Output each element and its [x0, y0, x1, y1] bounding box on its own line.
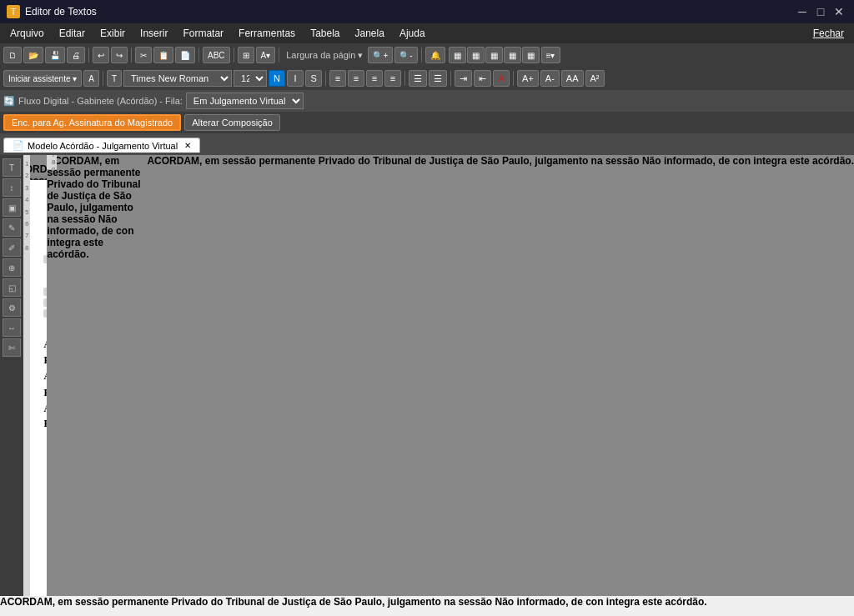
- acordam-text: ACORDAM, em sessão permanente Privado do…: [43, 338, 47, 366]
- document-page[interactable]: ACORDAM, em sessão permanente Privado do…: [30, 180, 47, 596]
- tb-paste[interactable]: 📄: [175, 47, 195, 63]
- tb-open[interactable]: 📂: [23, 47, 43, 63]
- align-right[interactable]: ≡: [366, 70, 383, 87]
- tb-extra[interactable]: ≡▾: [541, 47, 560, 63]
- tb-print[interactable]: 🖨: [67, 47, 85, 63]
- tb-table[interactable]: ⊞: [238, 47, 254, 63]
- tb-undo[interactable]: ↩: [93, 47, 109, 63]
- queue-selector[interactable]: Em Julgamento Virtual: [186, 93, 304, 109]
- close-button[interactable]: ✕: [831, 3, 847, 20]
- action-bar: Enc. para Ag. Assinatura do Magistrado A…: [0, 112, 854, 133]
- tb-grid3[interactable]: ▦: [485, 47, 503, 63]
- align-justify[interactable]: ≡: [384, 70, 401, 87]
- font-size-up[interactable]: A+: [517, 70, 539, 87]
- acordam-text: ACORDAM, em sessão permanente Privado do…: [47, 155, 147, 596]
- tb-format[interactable]: A▾: [256, 47, 276, 63]
- left-tool-9[interactable]: ✄: [3, 338, 21, 357]
- tb-grid5[interactable]: ▦: [522, 47, 540, 63]
- left-tool-2[interactable]: ↕: [3, 178, 21, 197]
- doc-tab-close[interactable]: ✕: [184, 141, 191, 150]
- tb-assistant[interactable]: Iniciar assistente ▾: [3, 70, 82, 87]
- tb-save[interactable]: 💾: [45, 47, 65, 63]
- acordam-text: ACORDAM, em sessão permanente Privado do…: [0, 596, 707, 608]
- tb-grid2[interactable]: ▦: [467, 47, 485, 63]
- color-text[interactable]: A: [493, 70, 510, 87]
- tb-grid1[interactable]: ▦: [449, 47, 466, 63]
- toolbar1: 🗋 📂 💾 🖨 ↩ ↪ ✂ 📋 📄 ABC ⊞ A▾ Largura da pá…: [0, 43, 854, 67]
- align-center[interactable]: ≡: [348, 70, 364, 87]
- maximize-button[interactable]: □: [812, 3, 829, 20]
- left-tool-3[interactable]: ✎: [3, 218, 21, 237]
- sep7: [103, 71, 103, 86]
- blur-line-4: [43, 298, 47, 307]
- font-selector[interactable]: Times New Roman: [123, 70, 232, 87]
- bold-button[interactable]: N: [269, 70, 285, 87]
- underline-button[interactable]: S: [305, 70, 322, 87]
- doc-tab-label: Modelo Acórdão - Julgamento Virtual: [28, 141, 178, 151]
- tb-bell[interactable]: 🔔: [425, 47, 445, 63]
- list-ordered[interactable]: ☰: [429, 70, 447, 87]
- indent-out[interactable]: ⇤: [474, 70, 491, 87]
- tb-zoom-in[interactable]: 🔍+: [368, 47, 393, 63]
- menu-formatar[interactable]: Formatar: [176, 26, 230, 41]
- sep3: [198, 48, 199, 63]
- tb-zoom-out[interactable]: 🔍-: [394, 47, 417, 63]
- acordam-text: ACORDAM, em sessão permanente Privado do…: [43, 370, 47, 398]
- left-tool-7[interactable]: ⚙: [3, 298, 21, 317]
- breadcrumb-label: Fluxo Digital - Gabinete (Acórdão) - Fil…: [18, 96, 183, 106]
- enc-para-ag-button[interactable]: Enc. para Ag. Assinatura do Magistrado: [3, 114, 181, 131]
- size-selector[interactable]: 12: [234, 70, 267, 87]
- menu-tabela[interactable]: Tabela: [304, 26, 346, 41]
- indent-in[interactable]: ⇥: [455, 70, 472, 87]
- left-tool-5[interactable]: ⊕: [3, 258, 21, 277]
- sep10: [450, 71, 451, 86]
- tb-font-icon[interactable]: T: [107, 70, 122, 87]
- line-numbers: 1 2 3 4 5 6 7 8: [23, 155, 30, 596]
- menu-janela[interactable]: Janela: [349, 26, 391, 41]
- tb-grid4[interactable]: ▦: [504, 47, 521, 63]
- font-caps[interactable]: AA: [561, 70, 584, 87]
- acordam-text: ACORDAM, em sessão permanente Privado do…: [147, 155, 854, 596]
- tb-style-icon[interactable]: A: [83, 70, 99, 87]
- sep6: [421, 48, 422, 63]
- doc-tab[interactable]: 📄 Modelo Acórdão - Julgamento Virtual ✕: [3, 138, 200, 153]
- menu-arquivo[interactable]: Arquivo: [3, 26, 51, 41]
- left-tool-1[interactable]: T: [3, 158, 21, 177]
- menu-ajuda[interactable]: Ajuda: [393, 26, 432, 41]
- align-left[interactable]: ≡: [329, 70, 346, 87]
- menu-bar: Arquivo Editar Exibir Inserir Formatar F…: [0, 23, 854, 43]
- font-size-down[interactable]: A-: [540, 70, 560, 87]
- tb-cut[interactable]: ✂: [135, 47, 152, 63]
- title-bar: T Editor de Textos ─ □ ✕: [0, 0, 854, 23]
- doc-tab-icon: 📄: [13, 140, 24, 151]
- tab-row: 📄 Modelo Acórdão - Julgamento Virtual ✕: [0, 133, 854, 155]
- acordam-text: ACORDAM, em sessão permanente Privado do…: [43, 403, 47, 429]
- app-title: Editor de Textos: [25, 6, 97, 18]
- alterar-comp-button[interactable]: Alterar Composição: [184, 114, 280, 131]
- menu-inserir[interactable]: Inserir: [133, 26, 174, 41]
- breadcrumb-icon: 🔄: [3, 96, 15, 107]
- tb-copy[interactable]: 📋: [153, 47, 173, 63]
- menu-editar[interactable]: Editar: [53, 26, 92, 41]
- toolbar2: Iniciar assistente ▾ A T Times New Roman…: [0, 67, 854, 90]
- document-area: 1 2 3 4 5 6 7 8 ◁ 3 2 1 | 1 2 3 4 5 6 7 …: [23, 155, 147, 596]
- page-container[interactable]: ◁ 3 2 1 | 1 2 3 4 5 6 7 8 9 10 11 12 13 …: [30, 155, 47, 596]
- app-icon: T: [7, 5, 20, 18]
- menu-exibir[interactable]: Exibir: [93, 26, 132, 41]
- tb-new[interactable]: 🗋: [3, 47, 22, 63]
- left-tool-select[interactable]: ▣: [3, 198, 21, 217]
- left-tool-4[interactable]: ✐: [3, 238, 21, 257]
- minimize-button[interactable]: ─: [794, 3, 811, 20]
- menu-fechar[interactable]: Fechar: [806, 26, 851, 41]
- italic-button[interactable]: I: [287, 70, 304, 87]
- font-super[interactable]: A²: [585, 70, 605, 87]
- left-tool-8[interactable]: ↔: [3, 318, 21, 337]
- tb-redo[interactable]: ↪: [111, 47, 128, 63]
- blur-line-1: [43, 255, 47, 263]
- menu-ferramentas[interactable]: Ferramentas: [232, 26, 302, 41]
- list-unordered[interactable]: ☰: [409, 70, 427, 87]
- page-body-text: ACORDAM, em sessão permanente Privado do…: [43, 337, 47, 401]
- sep8: [325, 71, 326, 86]
- tb-spell[interactable]: ABC: [203, 47, 230, 63]
- left-tool-6[interactable]: ◱: [3, 278, 21, 297]
